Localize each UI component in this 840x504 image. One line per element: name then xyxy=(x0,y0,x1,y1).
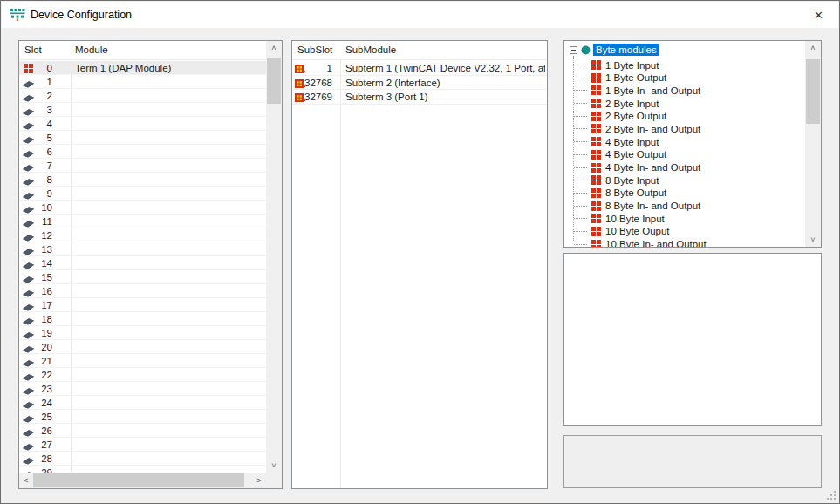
tree-item[interactable]: 8 Byte In- and Output xyxy=(564,200,805,213)
slot-row[interactable]: 25 xyxy=(19,410,266,424)
slot-row[interactable]: 9 xyxy=(19,187,266,201)
slot-row[interactable]: 15 xyxy=(19,270,266,284)
slot-row[interactable]: 27 xyxy=(19,438,266,452)
slot-row[interactable]: 21 xyxy=(19,354,266,368)
slot-row[interactable]: 29 xyxy=(19,466,266,473)
column-header-submodule[interactable]: SubModule xyxy=(345,44,396,55)
byte-module-icon xyxy=(591,73,596,78)
byte-module-icon xyxy=(591,60,596,65)
slot-row[interactable]: 12 xyxy=(19,228,266,242)
tree-item[interactable]: 1 Byte In- and Output xyxy=(564,84,805,97)
byte-module-icon xyxy=(591,227,596,231)
tree-item-label: 2 Byte In- and Output xyxy=(605,123,700,135)
subslot-number: 1 xyxy=(303,63,332,73)
tree-item[interactable]: 10 Byte In- and Output xyxy=(564,238,805,247)
tree-connector xyxy=(574,154,587,155)
slot-row[interactable]: 3 xyxy=(19,103,266,117)
byte-module-icon xyxy=(591,240,596,244)
tree-item[interactable]: 10 Byte Input xyxy=(564,212,805,225)
scroll-right-arrow-icon[interactable]: ˃ xyxy=(252,473,266,488)
slot-number: 7 xyxy=(33,160,52,171)
tree-connector xyxy=(574,206,587,207)
tree-item[interactable]: 8 Byte Output xyxy=(564,187,805,200)
resize-grip-icon[interactable] xyxy=(827,491,837,501)
slot-row[interactable]: 8 xyxy=(19,173,266,187)
slot-row[interactable]: 11 xyxy=(19,215,266,228)
slot-row[interactable]: 28 xyxy=(19,452,266,466)
tree-item[interactable]: 2 Byte In- and Output xyxy=(564,122,805,135)
slot-row[interactable]: 19 xyxy=(19,326,266,340)
byte-module-icon xyxy=(591,85,596,90)
tree-item[interactable]: 2 Byte Input xyxy=(564,97,805,110)
subslot-row[interactable]: 32768Subterm 2 (Interface) xyxy=(292,76,547,91)
slot-horizontal-scrollbar[interactable]: ˂ ˃ xyxy=(19,473,266,488)
byte-module-icon xyxy=(591,188,596,193)
slot-number: 22 xyxy=(33,370,52,380)
tree-item[interactable]: 4 Byte In- and Output xyxy=(564,161,805,174)
tree-item-label: 4 Byte Input xyxy=(605,136,659,148)
tree-item-label: 8 Byte In- and Output xyxy=(605,200,700,212)
scroll-down-arrow-icon[interactable]: ˅ xyxy=(266,459,282,473)
slot-row[interactable]: 26 xyxy=(19,424,266,438)
slot-row[interactable]: 14 xyxy=(19,256,266,270)
slot-rows: 0Term 1 (DAP Module)12345678910111213141… xyxy=(19,61,266,473)
tree-root-byte-modules[interactable]: Byte modules xyxy=(564,44,800,57)
submodule-name: Subterm 3 (Port 1) xyxy=(345,92,545,102)
slot-row[interactable]: 17 xyxy=(19,298,266,312)
slot-row[interactable]: 10 xyxy=(19,201,266,215)
tree-item-label: 2 Byte Input xyxy=(605,98,659,110)
slot-row[interactable]: 16 xyxy=(19,284,266,298)
tree-item[interactable]: 4 Byte Input xyxy=(564,135,805,148)
tree-item[interactable]: 10 Byte Ouput xyxy=(564,225,805,238)
slot-row[interactable]: 2 xyxy=(19,89,266,103)
tree-item[interactable]: 1 Byte Input xyxy=(564,58,805,72)
tree-connector xyxy=(574,218,587,219)
slot-number: 12 xyxy=(33,230,52,241)
slot-row[interactable]: 24 xyxy=(19,396,266,410)
subslot-table-header: SubSlot SubModule xyxy=(292,41,547,60)
tree-vertical-scrollbar[interactable]: ˄ ˅ xyxy=(805,41,821,247)
tree-item[interactable]: 2 Byte Output xyxy=(564,110,805,123)
slot-row[interactable]: 6 xyxy=(19,145,266,159)
scroll-up-arrow-icon[interactable]: ˄ xyxy=(266,41,282,55)
slot-table-panel: Slot Module 0Term 1 (DAP Module)12345678… xyxy=(18,40,283,489)
scrollbar-thumb[interactable] xyxy=(33,473,244,487)
scroll-down-arrow-icon[interactable]: ˅ xyxy=(805,233,821,247)
slot-row[interactable]: 5 xyxy=(19,131,266,145)
tree-items: 1 Byte Input1 Byte Output1 Byte In- and … xyxy=(564,58,805,247)
tree-root-label[interactable]: Byte modules xyxy=(593,44,659,56)
slot-number: 10 xyxy=(33,202,52,213)
slot-vertical-scrollbar[interactable]: ˄ ˅ xyxy=(266,41,282,473)
close-button[interactable]: ✕ xyxy=(799,2,838,28)
column-header-subslot[interactable]: SubSlot xyxy=(297,44,332,55)
submodule-name: Subterm 2 (Interface) xyxy=(345,78,545,88)
collapse-minus-icon[interactable] xyxy=(570,46,577,54)
subslot-row[interactable]: 32769Subterm 3 (Port 1) xyxy=(292,90,547,105)
column-header-module[interactable]: Module xyxy=(75,44,108,55)
tree-item[interactable]: 4 Byte Output xyxy=(564,148,805,161)
slot-row[interactable]: 20 xyxy=(19,340,266,354)
slot-row[interactable]: 4 xyxy=(19,117,266,131)
slot-row[interactable]: 23 xyxy=(19,382,266,396)
column-header-slot[interactable]: Slot xyxy=(24,44,42,55)
slot-row[interactable]: 18 xyxy=(19,312,266,326)
slot-row[interactable]: 0Term 1 (DAP Module) xyxy=(19,61,266,75)
scrollbar-thumb[interactable] xyxy=(806,59,820,124)
slot-number: 28 xyxy=(33,453,52,464)
slot-row[interactable]: 22 xyxy=(19,368,266,382)
tree-item[interactable]: 1 Byte Output xyxy=(564,72,805,85)
slot-row[interactable]: 1 xyxy=(19,75,266,89)
slot-row[interactable]: 13 xyxy=(19,242,266,256)
tree-connector xyxy=(574,90,587,91)
scrollbar-thumb[interactable] xyxy=(267,58,281,104)
slot-row[interactable]: 7 xyxy=(19,159,266,173)
module-tree-panel: Byte modules 1 Byte Input1 Byte Output1 … xyxy=(563,40,822,248)
tree-item-label: 8 Byte Output xyxy=(605,187,666,199)
scrollbar-corner xyxy=(266,473,282,488)
slot-number: 19 xyxy=(33,328,52,338)
subslot-number: 32769 xyxy=(303,92,332,102)
subslot-row[interactable]: 1Subterm 1 (TwinCAT Device V2.32, 1 Port… xyxy=(292,61,547,76)
tree-item[interactable]: 8 Byte Input xyxy=(564,174,805,187)
scroll-up-arrow-icon[interactable]: ˄ xyxy=(805,41,821,55)
scroll-left-arrow-icon[interactable]: ˂ xyxy=(19,473,33,488)
